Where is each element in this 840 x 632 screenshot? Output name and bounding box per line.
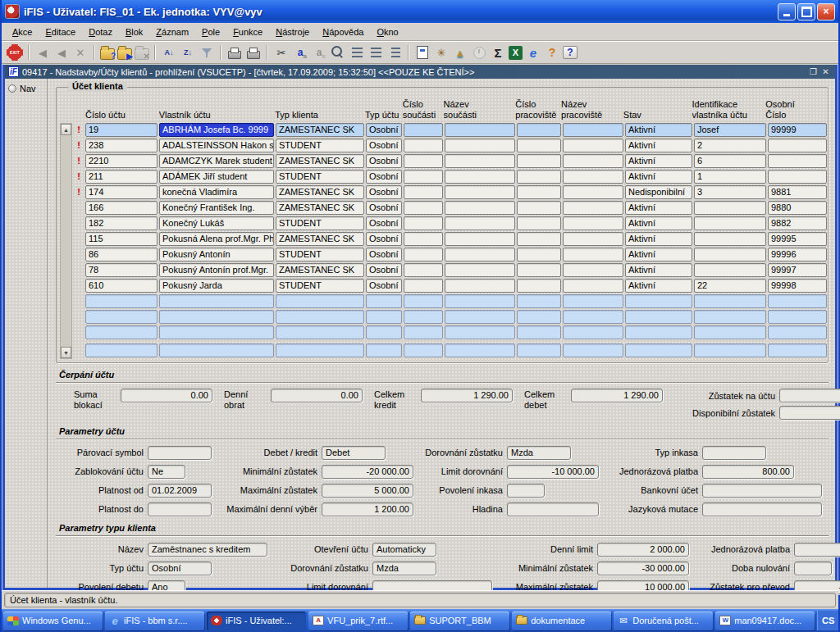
cell-identifikace[interactable]: 1 (694, 170, 766, 184)
povolen-inkasa-value[interactable] (507, 484, 545, 498)
cell-typ-klienta[interactable]: ZAMESTANEC SK (276, 263, 364, 277)
cell-nazev-pracoviste[interactable] (563, 343, 623, 357)
cell-cislo-pracoviste[interactable] (517, 325, 561, 339)
zustatek-na-uctu-value[interactable]: 0.00 (779, 389, 840, 402)
cell-identifikace[interactable] (694, 343, 766, 357)
cell-typ-klienta[interactable]: ZAMESTANEC SK (276, 185, 364, 199)
query-enter-icon[interactable] (100, 48, 115, 60)
cell-cislo-soucasti[interactable] (404, 248, 443, 261)
exit-icon[interactable]: EXIT (7, 44, 23, 61)
cell-identifikace[interactable] (694, 232, 766, 246)
cell-typ-uctu[interactable]: Osobní (366, 139, 402, 152)
cell-typ-uctu[interactable]: Osobní (366, 263, 402, 277)
cell-vlastnik[interactable]: ABRHÁM Josefa Bc. 9999 (159, 123, 274, 137)
cell-cislo-uctu[interactable]: 166 (85, 201, 158, 215)
taskbar-item[interactable]: iFIS - Uživatel:... (207, 612, 306, 630)
cell-stav[interactable]: Aktivní (625, 232, 692, 246)
cell-stav[interactable]: Aktivní (625, 216, 692, 230)
cell-osobni-cislo[interactable]: 99999 (768, 123, 827, 137)
cell-nazev-soucasti[interactable] (445, 343, 515, 357)
cell-cislo-uctu[interactable]: 174 (85, 185, 158, 199)
dorovn-n-z-statku-value[interactable]: Mzda (507, 446, 571, 460)
cell-typ-klienta[interactable] (276, 294, 364, 308)
hladina-value[interactable] (507, 502, 599, 516)
cell-nazev-soucasti[interactable] (445, 201, 515, 215)
cell-cislo-pracoviste[interactable] (517, 170, 561, 184)
cell-typ-klienta[interactable]: ZAMESTANEC SK (276, 201, 364, 215)
cell-cislo-uctu[interactable]: 19 (85, 123, 158, 137)
platnost-od-value[interactable]: 01.02.2009 (148, 484, 212, 498)
cell-typ-uctu[interactable]: Osobní (366, 170, 402, 184)
cell-osobni-cislo[interactable] (768, 170, 827, 184)
cell-identifikace[interactable]: 3 (694, 185, 766, 199)
cell-nazev-pracoviste[interactable] (563, 310, 623, 324)
cell-typ-klienta[interactable]: STUDENT (276, 139, 364, 152)
cell-typ-uctu[interactable]: Osobní (366, 216, 402, 230)
cell-stav[interactable]: Aktivní (625, 248, 692, 261)
cell-vlastnik[interactable]: ADÁMEK Jiří student (159, 170, 274, 184)
jazykov-mutace-value[interactable] (702, 502, 822, 516)
cell-vlastnik[interactable]: Pokusný Jarda (159, 279, 274, 293)
cell-osobni-cislo[interactable] (768, 343, 827, 357)
mdi-restore-button[interactable]: ❐ (807, 66, 819, 77)
p-rovac-symbol-value[interactable] (148, 446, 212, 460)
cell-cislo-soucasti[interactable] (404, 154, 443, 168)
cell-stav[interactable]: Aktivní (625, 123, 692, 137)
cell-osobni-cislo[interactable] (768, 154, 827, 168)
sum-icon[interactable]: Σ (490, 44, 506, 61)
zablokov-n-tu-value[interactable]: Ne (148, 465, 185, 479)
dorovn-n-z-statku-value[interactable]: Mzda (372, 562, 436, 575)
cell-osobni-cislo[interactable]: 9882 (768, 216, 827, 230)
cell-stav[interactable]: Aktivní (625, 170, 692, 184)
taskbar-item[interactable]: dokumentace (512, 612, 611, 630)
cell-nazev-pracoviste[interactable] (563, 294, 623, 308)
cell-cislo-uctu[interactable]: 2210 (85, 154, 158, 168)
typ-inkasa-value[interactable] (702, 446, 766, 460)
menu-blok[interactable]: Blok (120, 25, 148, 39)
cell-typ-uctu[interactable] (366, 325, 402, 339)
cell-nazev-pracoviste[interactable] (563, 232, 623, 246)
cell-cislo-uctu[interactable]: 238 (85, 139, 158, 152)
cell-cislo-pracoviste[interactable] (517, 248, 561, 261)
designer-icon[interactable]: ▲ (452, 44, 468, 61)
jednor-zov-platba-value[interactable]: 800.00 (702, 465, 794, 479)
cell-vlastnik[interactable]: konečná Vladimíra (159, 185, 274, 199)
menu-napoveda[interactable]: Nápověda (317, 25, 369, 39)
taskbar-item[interactable]: AVFU_prik_7.rtf... (308, 612, 408, 630)
browser-icon[interactable]: e (525, 44, 541, 61)
cell-cislo-soucasti[interactable] (404, 216, 443, 230)
copy-item-icon[interactable]: a (292, 44, 308, 61)
report-icon[interactable] (414, 44, 431, 61)
cell-nazev-pracoviste[interactable] (563, 216, 623, 230)
cell-osobni-cislo[interactable]: 9881 (768, 185, 827, 199)
cell-cislo-uctu[interactable] (85, 294, 158, 308)
scroll-up-button[interactable]: ▲ (61, 124, 71, 135)
cell-vlastnik[interactable]: ADAMCZYK Marek student (159, 154, 274, 168)
taskbar-item[interactable]: eiFIS - bbm s.r.... (105, 612, 204, 630)
cell-cislo-pracoviste[interactable] (517, 279, 561, 293)
jednor-zov-platba-value[interactable]: 1 000.00 (794, 543, 840, 557)
sort-asc-icon[interactable]: A↓ (161, 44, 177, 61)
suma-blokaci-value[interactable]: 0.00 (121, 389, 212, 402)
cell-nazev-soucasti[interactable] (445, 154, 515, 168)
cell-osobni-cislo[interactable] (768, 310, 827, 324)
maximize-button[interactable] (797, 3, 815, 20)
cell-cislo-soucasti[interactable] (404, 325, 443, 339)
cell-nazev-soucasti[interactable] (445, 170, 515, 184)
mdi-close-button[interactable]: ✕ (819, 66, 832, 77)
debet-kredit-value[interactable]: Debet (322, 446, 386, 460)
cut-icon[interactable]: ✂ (273, 44, 290, 61)
otev-en-tu-value[interactable]: Automaticky (372, 543, 436, 557)
cell-cislo-soucasti[interactable] (404, 185, 443, 199)
cell-osobni-cislo[interactable]: 99998 (768, 279, 827, 293)
cell-cislo-uctu[interactable]: 610 (85, 279, 158, 293)
cell-vlastnik[interactable] (159, 325, 274, 339)
cell-identifikace[interactable] (694, 263, 766, 277)
cell-vlastnik[interactable]: Konečný František Ing. (159, 201, 274, 215)
cell-vlastnik[interactable]: ADALSTEINSSON Hakon st (159, 139, 274, 152)
cell-stav[interactable] (625, 325, 692, 339)
cell-typ-uctu[interactable]: Osobní (366, 185, 402, 199)
menu-funkce[interactable]: Funkce (227, 25, 268, 39)
cell-nazev-pracoviste[interactable] (563, 263, 623, 277)
cell-stav[interactable]: Aktivní (625, 263, 692, 277)
